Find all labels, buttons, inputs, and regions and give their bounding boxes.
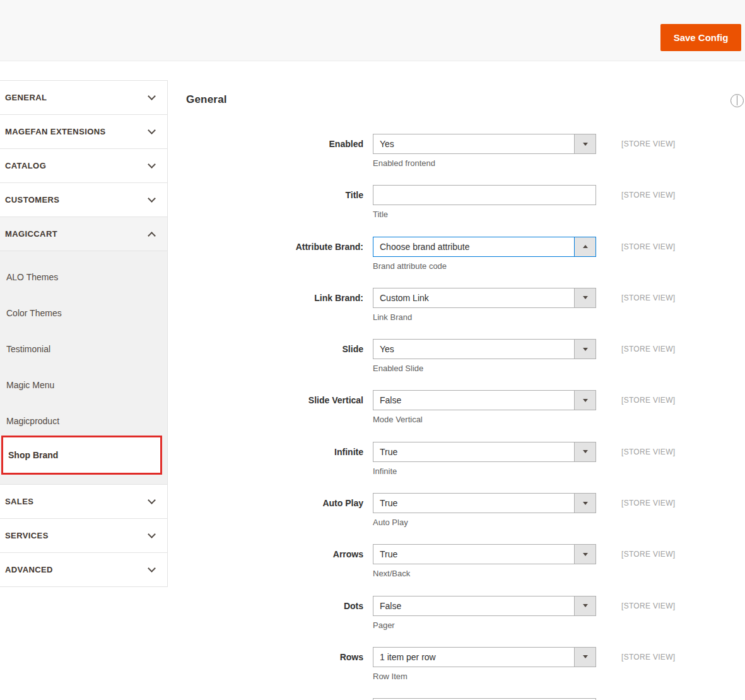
- attribute-brand-select[interactable]: Choose brand attribute: [373, 237, 596, 257]
- dropdown-toggle[interactable]: [574, 648, 595, 667]
- field-label: Auto Play: [186, 493, 363, 513]
- store-view-scope-label: [STORE VIEW]: [621, 448, 675, 456]
- field-helper-text: Row Item: [373, 672, 408, 681]
- chevron-down-icon: [148, 496, 156, 504]
- collapse-section-button[interactable]: [730, 94, 744, 107]
- field-label: Link Brand:: [186, 288, 363, 308]
- field-label: Attribute Brand:: [186, 237, 363, 257]
- sidebar-section-sales[interactable]: SALES: [0, 485, 167, 519]
- chevron-down-icon: [148, 530, 156, 538]
- enabled-select[interactable]: Yes: [373, 134, 596, 154]
- field-value: Custom Link: [373, 288, 574, 307]
- sidebar-item-magicproduct[interactable]: Magicproduct: [0, 403, 167, 439]
- form-row: Slide Yes Enabled Slide [STORE VIEW]: [186, 339, 745, 390]
- form-row: Arrows True Next/Back [STORE VIEW]: [186, 544, 745, 595]
- store-view-scope-label: [STORE VIEW]: [621, 139, 675, 148]
- form-row: Slide Vertical False Mode Vertical [STOR…: [186, 390, 745, 441]
- slide-select[interactable]: Yes: [373, 339, 596, 359]
- sidebar-item-alo-themes[interactable]: ALO Themes: [0, 259, 167, 295]
- field-helper-text: Next/Back: [373, 569, 410, 578]
- form-row: Infinite True Infinite [STORE VIEW]: [186, 442, 745, 493]
- sidebar-section-magiccart[interactable]: MAGICCART: [0, 217, 167, 251]
- field-label: Rows: [186, 647, 363, 667]
- field-helper-text: Brand attribute code: [373, 261, 447, 271]
- dots-select[interactable]: False: [373, 596, 596, 616]
- form-row: Link Brand: Custom Link Link Brand [STOR…: [186, 288, 745, 339]
- dropdown-toggle[interactable]: [574, 288, 595, 307]
- store-view-scope-label: [STORE VIEW]: [621, 396, 675, 405]
- caret-down-icon: [583, 502, 588, 505]
- sidebar-section-catalog[interactable]: CATALOG: [0, 149, 167, 183]
- dropdown-toggle[interactable]: [574, 442, 595, 461]
- save-config-button[interactable]: Save Config: [660, 24, 741, 51]
- sidebar-section-advanced[interactable]: ADVANCED: [0, 553, 167, 587]
- text-input[interactable]: [373, 186, 595, 205]
- magiccart-submenu: ALO Themes Color Themes Testimonial Magi…: [0, 251, 167, 485]
- form-row: Rows 1 item per row Row Item [STORE VIEW…: [186, 647, 745, 698]
- arrows-select[interactable]: True: [373, 544, 596, 564]
- dropdown-toggle[interactable]: [574, 596, 595, 615]
- sidebar-section-label: CUSTOMERS: [5, 195, 59, 205]
- dropdown-toggle[interactable]: [574, 134, 595, 153]
- field-helper-text: Pager: [373, 620, 395, 630]
- field-label: Arrows: [186, 544, 363, 564]
- sidebar-section-label: ADVANCED: [5, 565, 53, 574]
- sidebar-section-services[interactable]: SERVICES: [0, 519, 167, 553]
- sidebar-item-testimonial[interactable]: Testimonial: [0, 331, 167, 367]
- sidebar-section-general[interactable]: GENERAL: [0, 81, 167, 115]
- caret-up-icon: [583, 245, 588, 248]
- field-value: 1 item per row: [373, 648, 574, 667]
- form-row: Dots False Pager [STORE VIEW]: [186, 596, 745, 647]
- field-value: True: [373, 442, 574, 461]
- store-view-scope-label: [STORE VIEW]: [621, 345, 675, 353]
- sidebar-item-shop-brand[interactable]: Shop Brand: [1, 436, 162, 475]
- link-brand-select[interactable]: Custom Link: [373, 288, 596, 308]
- dropdown-toggle[interactable]: [574, 545, 595, 564]
- caret-down-icon: [583, 604, 588, 607]
- field-value: True: [373, 545, 574, 564]
- field-value: False: [373, 596, 574, 615]
- sidebar-item-color-themes[interactable]: Color Themes: [0, 295, 167, 331]
- config-sidebar: GENERAL MAGEFAN EXTENSIONS CATALOG CUSTO…: [0, 80, 168, 587]
- field-helper-text: Auto Play: [373, 518, 408, 527]
- title-text-field[interactable]: [373, 185, 596, 205]
- chevron-down-icon: [148, 92, 156, 100]
- store-view-scope-label: [STORE VIEW]: [621, 242, 675, 251]
- sidebar-section-label: MAGEFAN EXTENSIONS: [5, 127, 106, 136]
- dropdown-toggle[interactable]: [574, 237, 595, 256]
- sidebar-section-label: SERVICES: [5, 531, 49, 540]
- auto-play-select[interactable]: True: [373, 493, 596, 513]
- sidebar-top-sections: GENERAL MAGEFAN EXTENSIONS CATALOG CUSTO…: [0, 81, 167, 217]
- store-view-scope-label: [STORE VIEW]: [621, 653, 675, 661]
- field-helper-text: Link Brand: [373, 312, 412, 322]
- dropdown-toggle[interactable]: [574, 340, 595, 359]
- infinite-select[interactable]: True: [373, 442, 596, 462]
- caret-down-icon: [583, 399, 588, 402]
- form-row: Enabled Yes Enabled frontend [STORE VIEW…: [186, 134, 745, 185]
- caret-down-icon: [583, 296, 588, 299]
- dropdown-toggle[interactable]: [574, 391, 595, 410]
- top-bar: Save Config: [0, 0, 745, 61]
- sidebar-section-customers[interactable]: CUSTOMERS: [0, 183, 167, 217]
- slide-vertical-select[interactable]: False: [373, 390, 596, 410]
- field-helper-text: Infinite: [373, 466, 397, 476]
- rows-select[interactable]: 1 item per row: [373, 647, 596, 667]
- sidebar-section-label: GENERAL: [5, 93, 47, 102]
- field-label: Slide: [186, 339, 363, 359]
- chevron-down-icon: [148, 564, 156, 572]
- chevron-up-icon: [148, 232, 156, 240]
- sidebar-item-magic-menu[interactable]: Magic Menu: [0, 367, 167, 403]
- sidebar-section-label: CATALOG: [5, 161, 46, 170]
- submenu-items: ALO Themes Color Themes Testimonial Magi…: [0, 259, 167, 439]
- general-config-form: Enabled Yes Enabled frontend [STORE VIEW…: [186, 134, 745, 698]
- field-value: False: [373, 391, 574, 410]
- chevron-down-icon: [148, 126, 156, 134]
- field-value: True: [373, 494, 574, 513]
- field-helper-text: Enabled Slide: [373, 364, 423, 373]
- dropdown-toggle[interactable]: [574, 494, 595, 513]
- field-value: Yes: [373, 340, 574, 359]
- chevron-down-icon: [148, 194, 156, 203]
- sidebar-section-magefan-extensions[interactable]: MAGEFAN EXTENSIONS: [0, 115, 167, 149]
- form-row: Attribute Brand: Choose brand attribute …: [186, 237, 745, 288]
- page-section-title: General: [186, 93, 227, 106]
